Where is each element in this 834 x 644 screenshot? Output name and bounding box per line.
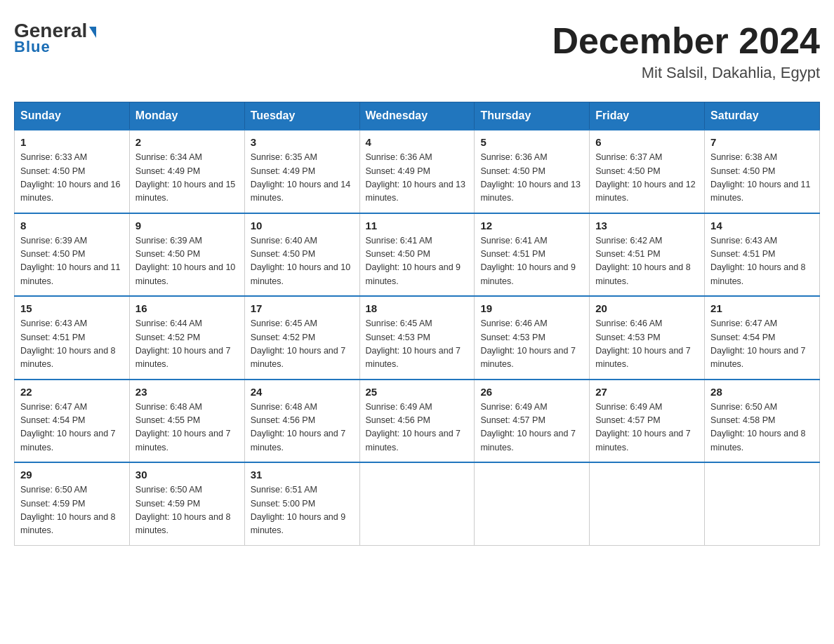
calendar-cell: 15 Sunrise: 6:43 AMSunset: 4:51 PMDaylig… [15, 296, 130, 380]
calendar-cell: 25 Sunrise: 6:49 AMSunset: 4:56 PMDaylig… [359, 380, 475, 463]
calendar-cell: 1 Sunrise: 6:33 AMSunset: 4:50 PMDayligh… [15, 130, 130, 213]
logo-blue-text: Blue [14, 38, 51, 56]
day-info: Sunrise: 6:49 AMSunset: 4:57 PMDaylight:… [595, 402, 691, 452]
calendar-cell: 12 Sunrise: 6:41 AMSunset: 4:51 PMDaylig… [475, 213, 590, 297]
calendar-cell: 17 Sunrise: 6:45 AMSunset: 4:52 PMDaylig… [244, 296, 359, 380]
day-number: 1 [20, 136, 124, 148]
calendar-cell: 13 Sunrise: 6:42 AMSunset: 4:51 PMDaylig… [590, 213, 705, 297]
calendar-header-wednesday: Wednesday [359, 102, 475, 130]
day-info: Sunrise: 6:48 AMSunset: 4:55 PMDaylight:… [135, 402, 231, 452]
day-number: 24 [251, 386, 354, 398]
day-info: Sunrise: 6:33 AMSunset: 4:50 PMDaylight:… [20, 152, 120, 203]
week-row-4: 22 Sunrise: 6:47 AMSunset: 4:54 PMDaylig… [15, 380, 820, 463]
day-number: 22 [20, 386, 124, 398]
day-info: Sunrise: 6:46 AMSunset: 4:53 PMDaylight:… [595, 318, 691, 369]
day-info: Sunrise: 6:50 AMSunset: 4:59 PMDaylight:… [20, 485, 116, 535]
calendar-cell: 28 Sunrise: 6:50 AMSunset: 4:58 PMDaylig… [705, 380, 820, 463]
day-info: Sunrise: 6:41 AMSunset: 4:50 PMDaylight:… [366, 236, 461, 286]
day-number: 21 [710, 302, 814, 314]
day-info: Sunrise: 6:42 AMSunset: 4:51 PMDaylight:… [595, 236, 691, 286]
day-number: 12 [480, 220, 583, 232]
day-info: Sunrise: 6:44 AMSunset: 4:52 PMDaylight:… [135, 318, 231, 369]
day-info: Sunrise: 6:51 AMSunset: 5:00 PMDaylight:… [251, 485, 346, 535]
day-number: 19 [480, 302, 583, 314]
calendar-header-saturday: Saturday [705, 102, 820, 130]
calendar-cell: 10 Sunrise: 6:40 AMSunset: 4:50 PMDaylig… [244, 213, 359, 297]
day-info: Sunrise: 6:43 AMSunset: 4:51 PMDaylight:… [20, 318, 116, 369]
calendar-cell: 23 Sunrise: 6:48 AMSunset: 4:55 PMDaylig… [129, 380, 244, 463]
calendar-cell: 16 Sunrise: 6:44 AMSunset: 4:52 PMDaylig… [129, 296, 244, 380]
day-info: Sunrise: 6:39 AMSunset: 4:50 PMDaylight:… [20, 236, 120, 286]
week-row-5: 29 Sunrise: 6:50 AMSunset: 4:59 PMDaylig… [15, 462, 820, 545]
calendar-cell: 29 Sunrise: 6:50 AMSunset: 4:59 PMDaylig… [15, 462, 130, 545]
calendar-cell: 21 Sunrise: 6:47 AMSunset: 4:54 PMDaylig… [705, 296, 820, 380]
week-row-2: 8 Sunrise: 6:39 AMSunset: 4:50 PMDayligh… [15, 213, 820, 297]
calendar-cell: 4 Sunrise: 6:36 AMSunset: 4:49 PMDayligh… [359, 130, 475, 213]
week-row-1: 1 Sunrise: 6:33 AMSunset: 4:50 PMDayligh… [15, 130, 820, 213]
day-number: 9 [135, 220, 239, 232]
day-number: 30 [135, 469, 239, 481]
calendar-cell: 24 Sunrise: 6:48 AMSunset: 4:56 PMDaylig… [244, 380, 359, 463]
calendar-cell: 3 Sunrise: 6:35 AMSunset: 4:49 PMDayligh… [244, 130, 359, 213]
calendar-cell: 26 Sunrise: 6:49 AMSunset: 4:57 PMDaylig… [475, 380, 590, 463]
day-info: Sunrise: 6:47 AMSunset: 4:54 PMDaylight:… [710, 318, 806, 369]
day-info: Sunrise: 6:40 AMSunset: 4:50 PMDaylight:… [251, 236, 350, 286]
day-number: 17 [251, 302, 354, 314]
day-info: Sunrise: 6:50 AMSunset: 4:59 PMDaylight:… [135, 485, 231, 535]
calendar-header-monday: Monday [129, 102, 244, 130]
day-info: Sunrise: 6:45 AMSunset: 4:53 PMDaylight:… [366, 318, 461, 369]
day-number: 16 [135, 302, 239, 314]
calendar-cell: 22 Sunrise: 6:47 AMSunset: 4:54 PMDaylig… [15, 380, 130, 463]
logo: General Blue [14, 21, 96, 56]
day-info: Sunrise: 6:46 AMSunset: 4:53 PMDaylight:… [480, 318, 576, 369]
calendar-cell: 27 Sunrise: 6:49 AMSunset: 4:57 PMDaylig… [590, 380, 705, 463]
calendar-cell: 2 Sunrise: 6:34 AMSunset: 4:49 PMDayligh… [129, 130, 244, 213]
day-info: Sunrise: 6:38 AMSunset: 4:50 PMDaylight:… [710, 152, 810, 203]
calendar-cell: 20 Sunrise: 6:46 AMSunset: 4:53 PMDaylig… [590, 296, 705, 380]
day-number: 18 [366, 302, 469, 314]
calendar-cell: 7 Sunrise: 6:38 AMSunset: 4:50 PMDayligh… [705, 130, 820, 213]
day-number: 7 [710, 136, 814, 148]
calendar-cell: 8 Sunrise: 6:39 AMSunset: 4:50 PMDayligh… [15, 213, 130, 297]
day-info: Sunrise: 6:48 AMSunset: 4:56 PMDaylight:… [251, 402, 346, 452]
day-number: 5 [480, 136, 583, 148]
month-title: December 2024 [552, 21, 820, 61]
day-info: Sunrise: 6:49 AMSunset: 4:56 PMDaylight:… [366, 402, 461, 452]
day-number: 25 [366, 386, 469, 398]
day-number: 28 [710, 386, 814, 398]
day-info: Sunrise: 6:41 AMSunset: 4:51 PMDaylight:… [480, 236, 576, 286]
day-info: Sunrise: 6:37 AMSunset: 4:50 PMDaylight:… [595, 152, 695, 203]
day-info: Sunrise: 6:49 AMSunset: 4:57 PMDaylight:… [480, 402, 576, 452]
day-number: 8 [20, 220, 124, 232]
day-number: 27 [595, 386, 699, 398]
day-number: 13 [595, 220, 699, 232]
calendar-cell: 5 Sunrise: 6:36 AMSunset: 4:50 PMDayligh… [475, 130, 590, 213]
calendar-cell: 31 Sunrise: 6:51 AMSunset: 5:00 PMDaylig… [244, 462, 359, 545]
calendar-cell: 14 Sunrise: 6:43 AMSunset: 4:51 PMDaylig… [705, 213, 820, 297]
calendar-header-sunday: Sunday [15, 102, 130, 130]
calendar-header-friday: Friday [590, 102, 705, 130]
day-number: 26 [480, 386, 583, 398]
calendar-header-thursday: Thursday [475, 102, 590, 130]
calendar-table: SundayMondayTuesdayWednesdayThursdayFrid… [14, 102, 820, 546]
day-number: 15 [20, 302, 124, 314]
day-info: Sunrise: 6:34 AMSunset: 4:49 PMDaylight:… [135, 152, 235, 203]
day-number: 3 [251, 136, 354, 148]
calendar-header-tuesday: Tuesday [244, 102, 359, 130]
location-subtitle: Mit Salsil, Dakahlia, Egypt [552, 64, 820, 82]
day-number: 4 [366, 136, 469, 148]
day-info: Sunrise: 6:36 AMSunset: 4:50 PMDaylight:… [480, 152, 580, 203]
day-number: 2 [135, 136, 239, 148]
day-number: 10 [251, 220, 354, 232]
day-number: 11 [366, 220, 469, 232]
calendar-cell [590, 462, 705, 545]
day-number: 14 [710, 220, 814, 232]
calendar-cell: 18 Sunrise: 6:45 AMSunset: 4:53 PMDaylig… [359, 296, 475, 380]
day-info: Sunrise: 6:47 AMSunset: 4:54 PMDaylight:… [20, 402, 116, 452]
week-row-3: 15 Sunrise: 6:43 AMSunset: 4:51 PMDaylig… [15, 296, 820, 380]
calendar-cell: 6 Sunrise: 6:37 AMSunset: 4:50 PMDayligh… [590, 130, 705, 213]
day-info: Sunrise: 6:36 AMSunset: 4:49 PMDaylight:… [366, 152, 465, 203]
day-number: 31 [251, 469, 354, 481]
page-header: General Blue December 2024 Mit Salsil, D… [14, 14, 820, 89]
day-info: Sunrise: 6:39 AMSunset: 4:50 PMDaylight:… [135, 236, 235, 286]
